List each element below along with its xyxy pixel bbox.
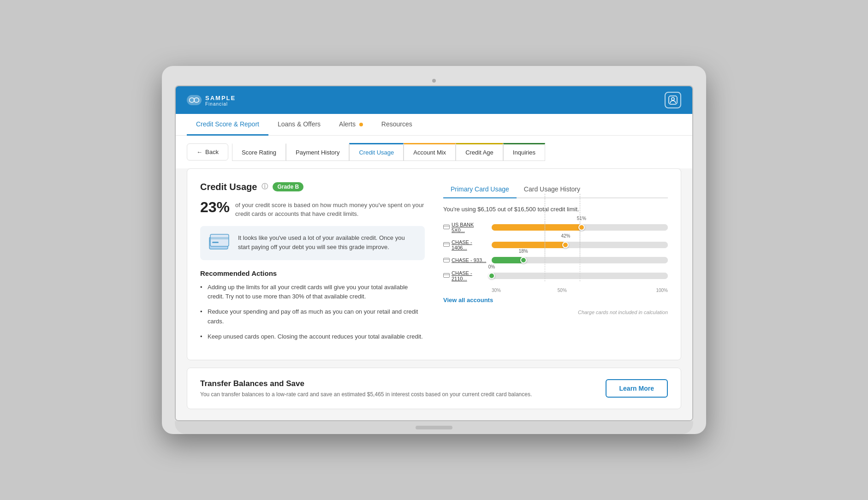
rec-list: Adding up the limits for all your credit… xyxy=(200,283,425,342)
bar-container-0: 51% xyxy=(492,224,668,231)
nav-tab-credit-score[interactable]: Credit Score & Report xyxy=(187,114,268,136)
charge-note: Charge cards not included in calculation xyxy=(443,310,668,315)
rec-title: Recommended Actions xyxy=(200,269,425,277)
svg-rect-9 xyxy=(212,242,219,243)
grid-label-30: 30% xyxy=(492,288,545,293)
chart-row-2: CHASE - 933...18% xyxy=(443,257,668,264)
bar-pct-label-0: 51% xyxy=(577,216,586,221)
main-content: Credit Usage ⓘ Grade B 23% of your credi… xyxy=(176,168,692,421)
svg-rect-13 xyxy=(444,244,450,244)
subnav-score-rating[interactable]: Score Rating xyxy=(232,143,286,161)
svg-rect-7 xyxy=(210,234,229,246)
bar-pct-label-3: 0% xyxy=(488,264,495,269)
sub-nav: ← Back Score Rating Payment History Cred… xyxy=(176,136,692,168)
credit-card-icon xyxy=(208,233,232,253)
card-mini-icon-1 xyxy=(443,241,450,248)
card-title: Credit Usage ⓘ Grade B xyxy=(200,182,425,192)
svg-rect-14 xyxy=(444,258,450,262)
laptop-notch xyxy=(416,426,452,429)
credit-summary: You're using $6,105 out of $16,500 total… xyxy=(443,206,668,213)
bottom-card: Transfer Balances and Save You can trans… xyxy=(187,368,681,409)
logo-text: SAMPLE xyxy=(205,95,236,101)
logo-icon xyxy=(187,95,202,105)
tab-primary-card-usage[interactable]: Primary Card Usage xyxy=(443,182,517,198)
laptop-camera xyxy=(432,79,436,83)
bar-fill-2 xyxy=(492,257,523,263)
logo-sub: Financial xyxy=(205,101,236,107)
rec-item-2: Reduce your spending and pay off as much… xyxy=(200,307,425,327)
chart-row-3: CHASE - 2110...0% xyxy=(443,270,668,281)
grade-badge: Grade B xyxy=(273,182,303,191)
rec-item-1: Adding up the limits for all your credit… xyxy=(200,283,425,302)
chart-row-0: US BANK 5X0...51% xyxy=(443,222,668,233)
card-mini-icon-2 xyxy=(443,257,450,264)
chart-row-1: CHASE - 1406...42% xyxy=(443,239,668,250)
chart-label-0: US BANK 5X0... xyxy=(443,222,487,233)
bottom-card-text: Transfer Balances and Save You can trans… xyxy=(200,379,532,398)
percent-desc: of your credit score is based on how muc… xyxy=(235,200,425,219)
svg-rect-15 xyxy=(444,259,450,260)
subnav-account-mix[interactable]: Account Mix xyxy=(404,143,456,161)
info-icon[interactable]: ⓘ xyxy=(262,183,268,191)
logo: SAMPLE Financial xyxy=(187,94,236,107)
bar-pct-label-1: 42% xyxy=(561,233,570,238)
subnav-credit-age[interactable]: Credit Age xyxy=(456,143,503,161)
subnav-inquiries[interactable]: Inquiries xyxy=(503,143,545,161)
info-box: It looks like you've used a lot of your … xyxy=(200,226,425,260)
card-mini-icon-0 xyxy=(443,224,450,231)
svg-rect-12 xyxy=(444,243,450,247)
back-arrow-icon: ← xyxy=(196,149,202,155)
right-panel: Primary Card Usage Card Usage History Yo… xyxy=(443,182,668,347)
learn-more-button[interactable]: Learn More xyxy=(606,379,668,398)
bar-fill-0 xyxy=(492,224,582,231)
tab-card-usage-history[interactable]: Card Usage History xyxy=(517,182,588,198)
nav-tab-alerts[interactable]: Alerts xyxy=(330,114,372,136)
nav-tab-loans[interactable]: Loans & Offers xyxy=(268,114,330,136)
main-nav: Credit Score & Report Loans & Offers Ale… xyxy=(176,114,692,136)
chart-label-3: CHASE - 2110... xyxy=(443,270,487,281)
svg-rect-16 xyxy=(444,274,450,278)
header: SAMPLE Financial xyxy=(176,86,692,114)
bar-pct-label-2: 18% xyxy=(519,249,528,254)
bar-handle-2 xyxy=(520,257,527,263)
laptop-base xyxy=(175,421,693,434)
grid-label-100: 100% xyxy=(580,288,668,293)
svg-rect-8 xyxy=(210,237,229,239)
right-tabs: Primary Card Usage Card Usage History xyxy=(443,182,668,198)
bar-handle-1 xyxy=(562,242,569,248)
back-button[interactable]: ← Back xyxy=(187,143,228,161)
bar-fill-1 xyxy=(492,242,565,248)
bottom-card-title: Transfer Balances and Save xyxy=(200,379,532,388)
credit-usage-card: Credit Usage ⓘ Grade B 23% of your credi… xyxy=(187,168,681,361)
chart-label-1: CHASE - 1406... xyxy=(443,239,487,250)
bar-handle-0 xyxy=(578,224,585,231)
svg-point-3 xyxy=(672,97,674,100)
grid-label-50: 50% xyxy=(545,288,580,293)
grid-labels: 30% 50% 100% xyxy=(443,288,668,293)
bar-handle-3 xyxy=(488,273,495,279)
nav-tab-resources[interactable]: Resources xyxy=(372,114,422,136)
chart-wrapper: US BANK 5X0...51%CHASE - 1406...42%CHASE… xyxy=(443,222,668,281)
rec-item-3: Keep unused cards open. Closing the acco… xyxy=(200,332,425,342)
bar-container-1: 42% xyxy=(492,242,668,248)
svg-rect-11 xyxy=(444,226,450,227)
big-percent: 23% xyxy=(200,200,230,214)
info-box-text: It looks like you've used a lot of your … xyxy=(238,233,417,253)
chart-label-2: CHASE - 933... xyxy=(443,257,487,264)
user-icon-button[interactable] xyxy=(665,92,681,108)
card-mini-icon-3 xyxy=(443,272,450,279)
bottom-card-desc: You can transfer balances to a low-rate … xyxy=(200,391,532,398)
left-panel: Credit Usage ⓘ Grade B 23% of your credi… xyxy=(200,182,425,347)
view-all-accounts-link[interactable]: View all accounts xyxy=(443,297,493,304)
svg-rect-17 xyxy=(444,274,450,275)
svg-rect-10 xyxy=(444,225,450,229)
bar-container-2: 18% xyxy=(492,257,668,263)
alert-dot xyxy=(359,123,363,126)
subnav-credit-usage[interactable]: Credit Usage xyxy=(349,143,404,161)
bar-container-3: 0% xyxy=(492,273,668,279)
subnav-payment-history[interactable]: Payment History xyxy=(286,143,349,161)
percentage-row: 23% of your credit score is based on how… xyxy=(200,200,425,219)
